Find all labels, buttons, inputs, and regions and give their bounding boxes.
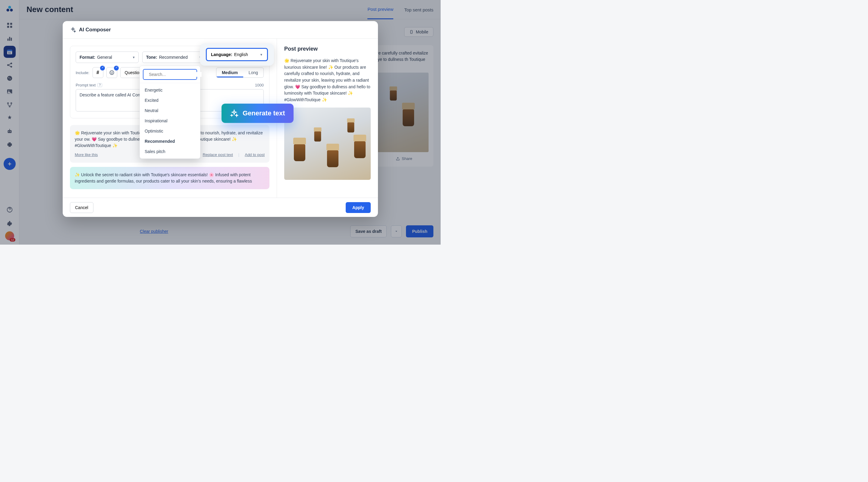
tone-value: Recommended [159,55,188,60]
tone-option[interactable]: Neutral [140,105,200,116]
add-to-post-link[interactable]: Add to post [245,152,265,158]
tone-options-list: EnergeticExcitedNeutralInspirationalOpti… [140,83,200,158]
format-value: General [97,55,112,60]
tone-option[interactable]: Energetic [140,85,200,95]
hashtag-chip[interactable]: # [93,67,103,78]
length-medium-tab[interactable]: Medium [216,68,243,77]
format-dropdown[interactable]: Format: General ▼ [76,52,138,63]
tone-dropdown-menu: EnergeticExcitedNeutralInspirationalOpti… [140,66,200,159]
chevron-down-icon: ▼ [260,53,263,56]
preview-text: 🌟 Rejuvenate your skin with Toutique's l… [284,58,371,103]
sparkle-icon [70,27,76,33]
apply-button[interactable]: Apply [346,202,371,213]
preview-image [284,107,371,180]
emoji-chip[interactable] [106,67,117,78]
format-label: Format: [80,55,95,60]
language-highlight: Language: English ▼ [200,43,274,66]
language-value: English [234,52,248,57]
preview-title: Post preview [284,46,371,52]
tone-search-input[interactable] [149,72,202,77]
tone-option[interactable]: Excited [140,95,200,105]
prompt-char-count: 1000 [255,83,264,87]
replace-post-link[interactable]: Replace post text [203,152,233,158]
include-label: Include: [76,70,90,75]
modal-footer: Cancel Apply [63,198,378,217]
suggestion-2-text: ✨ Unlock the secret to radiant skin with… [75,172,265,184]
modal-title: AI Composer [79,27,111,33]
chevron-down-icon: ▼ [132,56,135,59]
svg-point-31 [112,72,113,73]
tone-dropdown[interactable]: Tone: Recommended ▼ [142,52,205,63]
generate-text-button[interactable]: Generate text [221,104,293,123]
emoji-icon [109,70,115,75]
language-label: Language: [211,52,232,57]
tone-option[interactable]: Recommended [140,136,200,147]
tone-option[interactable]: Optimistic [140,126,200,136]
cancel-button[interactable]: Cancel [70,202,93,213]
hashtag-icon: # [96,70,99,75]
tone-option[interactable]: Sales pitch [140,147,200,157]
modal-header: AI Composer [63,21,378,38]
suggestion-2: ✨ Unlock the secret to radiant skin with… [70,167,270,189]
length-tabs: Medium Long [216,67,264,78]
svg-point-30 [111,72,112,73]
svg-point-29 [110,70,114,75]
tone-option[interactable]: Inspirational [140,116,200,126]
tone-search-box [143,69,197,80]
tone-label: Tone: [146,55,157,60]
prompt-label: Prompt text [76,83,96,87]
more-like-this-link[interactable]: More like this [75,152,98,158]
generate-label: Generate text [243,109,285,117]
prompt-help-icon[interactable]: ? [97,83,102,87]
length-long-tab[interactable]: Long [243,68,264,77]
sparkle-icon [230,109,239,118]
language-dropdown[interactable]: Language: English ▼ [206,48,268,61]
